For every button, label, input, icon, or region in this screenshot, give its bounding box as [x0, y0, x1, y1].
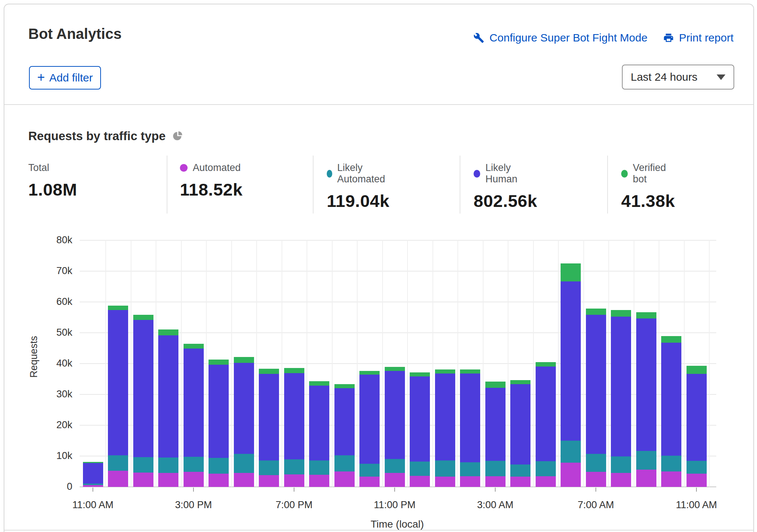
bar-segment-likely-automated — [108, 455, 128, 471]
bar-18-500am[interactable] — [536, 362, 556, 487]
bar-segment-likely-automated — [586, 454, 606, 472]
bar-24-1100am[interactable] — [687, 366, 707, 487]
bar-segment-likely-automated — [209, 458, 229, 474]
bar-segment-automated — [209, 474, 229, 487]
bar-22-900am[interactable] — [636, 312, 656, 487]
printer-icon — [663, 32, 674, 43]
x-axis-title: Time (local) — [361, 518, 434, 530]
bar-4-300pm[interactable] — [184, 344, 204, 487]
bar-17-400am[interactable] — [510, 380, 530, 487]
configure-link-label: Configure Super Bot Fight Mode — [489, 32, 647, 44]
x-gridline — [256, 240, 257, 487]
bar-segment-automated — [108, 471, 128, 487]
bar-segment-likely-automated — [510, 464, 530, 477]
bar-8-700pm[interactable] — [284, 368, 304, 487]
stat-divider — [607, 156, 608, 214]
x-gridline — [457, 240, 458, 487]
stat-value: 1.08M — [28, 179, 77, 200]
bar-11-1000pm[interactable] — [359, 371, 380, 487]
bar-segment-likely-human — [460, 374, 480, 462]
x-gridline — [709, 240, 710, 487]
bar-segment-likely-human — [133, 320, 153, 457]
stat-likely-automated[interactable]: Likely Automated119.04k — [327, 162, 390, 211]
y-gridline — [80, 271, 716, 272]
x-gridline — [206, 240, 207, 487]
bar-7-600pm[interactable] — [259, 369, 279, 487]
bar-segment-likely-human — [309, 386, 329, 460]
x-gridline — [181, 240, 182, 487]
bar-segment-automated — [133, 473, 153, 487]
bar-segment-likely-automated — [687, 461, 707, 474]
x-gridline — [282, 240, 282, 487]
y-axis-title: Requests — [28, 328, 40, 386]
bar-segment-automated — [385, 473, 405, 487]
y-tick-label: 40k — [36, 358, 72, 369]
time-range-dropdown[interactable]: Last 24 hours — [622, 65, 734, 90]
bar-segment-automated — [687, 474, 707, 487]
stat-value: 41.38k — [621, 191, 675, 211]
bar-15-200am[interactable] — [460, 369, 480, 487]
bar-segment-verified-bot — [385, 367, 405, 371]
bar-segment-likely-human — [485, 388, 506, 460]
bar-segment-verified-bot — [561, 263, 581, 281]
bar-segment-verified-bot — [284, 368, 304, 373]
bar-segment-likely-human — [385, 371, 405, 459]
x-gridline — [508, 240, 508, 487]
bar-0-1100am[interactable] — [83, 462, 103, 487]
bar-segment-likely-human — [586, 315, 606, 454]
add-filter-label: Add filter — [49, 72, 93, 84]
bar-3-200pm[interactable] — [158, 329, 178, 487]
bar-segment-likely-automated — [385, 459, 405, 473]
x-tick-mark — [595, 488, 596, 492]
bar-segment-verified-bot — [536, 362, 556, 367]
x-gridline — [105, 240, 106, 487]
bar-segment-likely-human — [359, 375, 380, 464]
bar-segment-likely-human — [158, 335, 178, 458]
stat-automated[interactable]: Automated118.52k — [180, 162, 243, 200]
x-tick-label: 3:00 AM — [455, 499, 536, 511]
stat-label: Verified bot — [633, 162, 675, 185]
bar-segment-automated — [661, 471, 681, 487]
y-tick-label: 20k — [36, 419, 72, 431]
x-tick-mark — [193, 488, 194, 492]
x-gridline — [131, 240, 131, 487]
bar-19-600am[interactable] — [561, 263, 581, 487]
bar-6-500pm[interactable] — [234, 357, 254, 487]
bar-2-100pm[interactable] — [133, 315, 153, 487]
bar-1-1200pm[interactable] — [108, 306, 128, 487]
bar-segment-automated — [234, 473, 254, 487]
bar-segment-likely-human — [259, 374, 279, 460]
bar-9-800pm[interactable] — [309, 381, 329, 487]
bar-12-1100pm[interactable] — [385, 367, 405, 487]
bot-analytics-card: Bot Analytics Configure Super Bot Fight … — [4, 4, 754, 532]
header-divider — [4, 104, 753, 105]
bar-segment-likely-automated — [460, 462, 480, 476]
bar-segment-verified-bot — [510, 380, 530, 384]
x-tick-label: 3:00 PM — [153, 499, 234, 511]
x-gridline — [357, 240, 358, 487]
x-gridline — [608, 240, 609, 487]
print-report-link[interactable]: Print report — [663, 32, 734, 44]
add-filter-button[interactable]: + Add filter — [29, 66, 101, 90]
bar-segment-likely-automated — [184, 457, 204, 472]
bar-21-800am[interactable] — [611, 310, 631, 487]
bar-segment-likely-automated — [284, 459, 304, 474]
bar-segment-verified-bot — [334, 384, 355, 388]
y-tick-label: 50k — [36, 327, 72, 338]
bar-23-1000am[interactable] — [661, 336, 681, 487]
stat-likely-human[interactable]: Likely Human802.56k — [474, 162, 537, 211]
bar-16-300am[interactable] — [485, 382, 506, 487]
bar-14-100am[interactable] — [435, 369, 455, 487]
stat-total[interactable]: Total1.08M — [28, 162, 77, 200]
bar-10-900pm[interactable] — [334, 384, 355, 487]
legend-dot — [474, 170, 480, 178]
stat-value: 118.52k — [180, 179, 243, 200]
stat-verified-bot[interactable]: Verified bot41.38k — [621, 162, 675, 211]
bar-5-400pm[interactable] — [209, 360, 229, 487]
bar-segment-verified-bot — [359, 371, 380, 375]
stat-value: 802.56k — [474, 191, 537, 211]
bar-20-700am[interactable] — [586, 309, 606, 487]
bar-segment-verified-bot — [485, 382, 506, 388]
bar-13-1200am[interactable] — [410, 372, 430, 487]
configure-super-bot-fight-mode-link[interactable]: Configure Super Bot Fight Mode — [473, 32, 647, 44]
